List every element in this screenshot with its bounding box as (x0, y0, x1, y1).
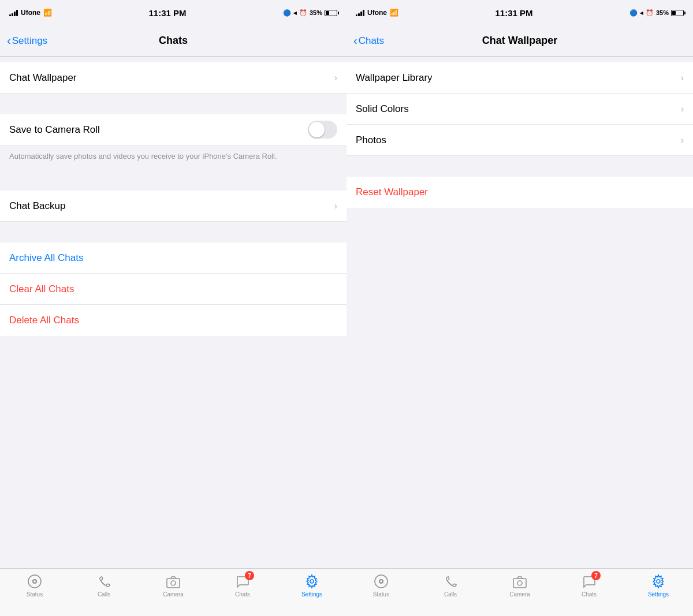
toggle-knob (309, 122, 325, 137)
chevron-right-icon-r3: › (681, 135, 684, 145)
tab-bar-left: Status Calls Camera (0, 568, 346, 616)
status-bar-left: Ufone 📶 11:31 PM 🔵 ◂ ⏰ 35% (0, 0, 346, 25)
save-camera-roll-label: Save to Camera Roll (9, 124, 308, 136)
photos-item[interactable]: Photos › (346, 125, 693, 156)
svg-rect-9 (513, 578, 526, 588)
reset-wallpaper-item[interactable]: Reset Wallpaper (346, 177, 693, 208)
gap-3 (0, 170, 346, 191)
save-camera-roll-toggle[interactable] (308, 121, 337, 139)
delete-all-chats-item[interactable]: Delete All Chats (0, 305, 346, 336)
tab-camera-right[interactable]: Camera (485, 573, 554, 598)
chevron-right-icon-2: › (334, 201, 337, 211)
chevron-left-icon: ‹ (7, 34, 11, 47)
chats-icon-left: 7 (234, 573, 251, 589)
archive-all-chats-item[interactable]: Archive All Chats (0, 242, 346, 274)
tab-chats-right[interactable]: 7 Chats (554, 573, 624, 598)
nav-title-right: Chat Wallpaper (482, 35, 557, 47)
battery-icon-left (325, 10, 337, 16)
back-button-right[interactable]: ‹ Chats (353, 34, 384, 47)
alarm-icon-right: ⏰ (646, 9, 654, 17)
settings-icon-right (650, 573, 666, 589)
chat-backup-label: Chat Backup (9, 200, 334, 212)
navigation-icon: ◂ (293, 9, 297, 17)
gap-2 (0, 94, 346, 114)
tab-settings-left[interactable]: Settings (277, 573, 346, 598)
camera-icon-right (512, 573, 528, 589)
wallpaper-library-item[interactable]: Wallpaper Library › (346, 62, 693, 94)
delete-all-chats-label: Delete All Chats (9, 315, 337, 326)
tab-label-camera-left: Camera (163, 591, 184, 598)
time-left: 11:31 PM (148, 8, 186, 18)
tab-chats-left[interactable]: 7 Chats (208, 573, 277, 598)
wifi-icon: 📶 (43, 9, 52, 17)
svg-point-8 (380, 580, 382, 583)
tab-label-calls-right: Calls (444, 591, 457, 598)
status-bar-right: Ufone 📶 11:31 PM 🔵 ◂ ⏰ 35% (346, 0, 693, 25)
calls-icon-left (96, 573, 112, 589)
back-label-right: Chats (359, 35, 384, 47)
solid-colors-item[interactable]: Solid Colors › (346, 94, 693, 125)
chat-backup-item[interactable]: Chat Backup › (0, 191, 346, 222)
gap-1 (0, 57, 346, 62)
right-panel: Ufone 📶 11:31 PM 🔵 ◂ ⏰ 35% ‹ Chats Chat … (346, 0, 693, 616)
battery-percent-right: 35% (656, 9, 669, 16)
tab-label-camera-right: Camera (509, 591, 530, 598)
time-right: 11:31 PM (495, 8, 532, 18)
carrier-left: Ufone (21, 9, 40, 17)
alarm-icon: ⏰ (299, 9, 307, 17)
photos-label: Photos (356, 135, 681, 146)
chats-badge-right: 7 (591, 571, 601, 580)
status-right-left: 🔵 ◂ ⏰ 35% (283, 9, 337, 17)
gap-4 (0, 222, 346, 242)
location-icon: 🔵 (283, 9, 291, 17)
status-left: Ufone 📶 (9, 9, 52, 17)
clear-all-chats-label: Clear All Chats (9, 283, 337, 295)
status-icon-left (27, 573, 43, 589)
chevron-right-icon: › (334, 73, 337, 83)
svg-point-10 (517, 581, 522, 585)
tab-label-settings-left: Settings (301, 591, 322, 598)
svg-rect-3 (167, 578, 180, 588)
battery-percent-left: 35% (310, 9, 322, 16)
wifi-icon-right: 📶 (390, 9, 398, 17)
tab-label-status-right: Status (373, 591, 389, 598)
tab-label-chats-right: Chats (582, 591, 597, 598)
tab-status-left[interactable]: Status (0, 573, 69, 598)
reset-wallpaper-label: Reset Wallpaper (356, 186, 684, 198)
tab-calls-left[interactable]: Calls (69, 573, 139, 598)
chats-badge-left: 7 (245, 571, 254, 580)
tab-camera-left[interactable]: Camera (139, 573, 208, 598)
wallpaper-library-label: Wallpaper Library (356, 72, 681, 84)
signal-icon-right (356, 9, 364, 16)
chevron-left-icon-right: ‹ (353, 34, 357, 47)
tab-label-calls-left: Calls (98, 591, 110, 598)
svg-point-5 (310, 580, 314, 583)
clear-all-chats-item[interactable]: Clear All Chats (0, 274, 346, 305)
signal-icon (9, 9, 18, 16)
save-camera-roll-item[interactable]: Save to Camera Roll (0, 114, 346, 145)
tab-status-right[interactable]: Status (346, 573, 416, 598)
tab-settings-right[interactable]: Settings (624, 573, 693, 598)
back-button-left[interactable]: ‹ Settings (7, 34, 47, 47)
navigation-icon-right: ◂ (640, 9, 643, 17)
tab-label-settings-right: Settings (648, 591, 669, 598)
tab-calls-right[interactable]: Calls (416, 573, 485, 598)
nav-title-left: Chats (159, 35, 188, 47)
svg-point-11 (657, 580, 660, 583)
tab-label-chats-left: Chats (235, 591, 250, 598)
location-icon-right: 🔵 (629, 9, 638, 17)
content-right: Wallpaper Library › Solid Colors › Photo… (346, 57, 693, 568)
camera-icon-left (165, 573, 181, 589)
chat-wallpaper-item[interactable]: Chat Wallpaper › (0, 62, 346, 94)
gap-r1 (346, 57, 693, 62)
content-left: Chat Wallpaper › Save to Camera Roll Aut… (0, 57, 346, 568)
left-panel: Ufone 📶 11:31 PM 🔵 ◂ ⏰ 35% ‹ Settings Ch… (0, 0, 346, 616)
chevron-right-icon-r1: › (681, 73, 684, 83)
chat-wallpaper-label: Chat Wallpaper (9, 72, 334, 84)
settings-icon-left (304, 573, 320, 589)
tab-bar-right: Status Calls Camera (346, 568, 693, 616)
status-right-right: 🔵 ◂ ⏰ 35% (629, 9, 684, 17)
gap-r2 (346, 156, 693, 177)
solid-colors-label: Solid Colors (356, 103, 681, 115)
archive-all-chats-label: Archive All Chats (9, 252, 337, 264)
